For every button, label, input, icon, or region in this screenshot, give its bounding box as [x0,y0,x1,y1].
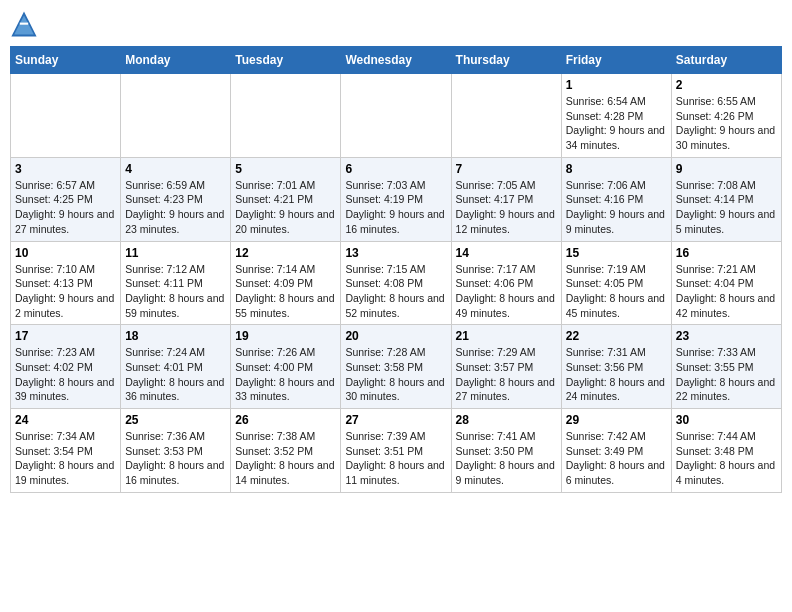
logo [10,10,42,38]
calendar-cell: 26Sunrise: 7:38 AMSunset: 3:52 PMDayligh… [231,409,341,493]
day-info: Sunrise: 7:12 AMSunset: 4:11 PMDaylight:… [125,262,226,321]
day-info: Sunrise: 7:29 AMSunset: 3:57 PMDaylight:… [456,345,557,404]
day-number: 6 [345,162,446,176]
day-info: Sunrise: 7:21 AMSunset: 4:04 PMDaylight:… [676,262,777,321]
day-info: Sunrise: 7:42 AMSunset: 3:49 PMDaylight:… [566,429,667,488]
day-number: 10 [15,246,116,260]
calendar-header-tuesday: Tuesday [231,47,341,74]
day-number: 2 [676,78,777,92]
calendar-cell: 21Sunrise: 7:29 AMSunset: 3:57 PMDayligh… [451,325,561,409]
day-info: Sunrise: 7:34 AMSunset: 3:54 PMDaylight:… [15,429,116,488]
header [10,10,782,38]
day-info: Sunrise: 7:28 AMSunset: 3:58 PMDaylight:… [345,345,446,404]
day-info: Sunrise: 7:10 AMSunset: 4:13 PMDaylight:… [15,262,116,321]
day-number: 24 [15,413,116,427]
calendar-cell: 24Sunrise: 7:34 AMSunset: 3:54 PMDayligh… [11,409,121,493]
day-number: 17 [15,329,116,343]
day-info: Sunrise: 6:54 AMSunset: 4:28 PMDaylight:… [566,94,667,153]
calendar-week-4: 17Sunrise: 7:23 AMSunset: 4:02 PMDayligh… [11,325,782,409]
day-info: Sunrise: 7:24 AMSunset: 4:01 PMDaylight:… [125,345,226,404]
calendar-cell: 5Sunrise: 7:01 AMSunset: 4:21 PMDaylight… [231,157,341,241]
day-info: Sunrise: 7:26 AMSunset: 4:00 PMDaylight:… [235,345,336,404]
calendar-header-friday: Friday [561,47,671,74]
day-number: 23 [676,329,777,343]
day-number: 4 [125,162,226,176]
calendar-cell: 7Sunrise: 7:05 AMSunset: 4:17 PMDaylight… [451,157,561,241]
calendar: SundayMondayTuesdayWednesdayThursdayFrid… [10,46,782,493]
calendar-cell: 1Sunrise: 6:54 AMSunset: 4:28 PMDaylight… [561,74,671,158]
day-number: 16 [676,246,777,260]
calendar-cell: 10Sunrise: 7:10 AMSunset: 4:13 PMDayligh… [11,241,121,325]
calendar-header-thursday: Thursday [451,47,561,74]
calendar-cell: 19Sunrise: 7:26 AMSunset: 4:00 PMDayligh… [231,325,341,409]
calendar-cell [451,74,561,158]
calendar-cell: 18Sunrise: 7:24 AMSunset: 4:01 PMDayligh… [121,325,231,409]
day-number: 20 [345,329,446,343]
day-info: Sunrise: 7:08 AMSunset: 4:14 PMDaylight:… [676,178,777,237]
calendar-cell: 28Sunrise: 7:41 AMSunset: 3:50 PMDayligh… [451,409,561,493]
day-info: Sunrise: 7:05 AMSunset: 4:17 PMDaylight:… [456,178,557,237]
day-info: Sunrise: 6:57 AMSunset: 4:25 PMDaylight:… [15,178,116,237]
svg-marker-1 [14,16,34,35]
day-number: 21 [456,329,557,343]
day-info: Sunrise: 7:19 AMSunset: 4:05 PMDaylight:… [566,262,667,321]
day-number: 3 [15,162,116,176]
calendar-cell: 3Sunrise: 6:57 AMSunset: 4:25 PMDaylight… [11,157,121,241]
calendar-week-5: 24Sunrise: 7:34 AMSunset: 3:54 PMDayligh… [11,409,782,493]
day-number: 18 [125,329,226,343]
day-number: 11 [125,246,226,260]
calendar-header-monday: Monday [121,47,231,74]
calendar-cell: 2Sunrise: 6:55 AMSunset: 4:26 PMDaylight… [671,74,781,158]
svg-rect-2 [20,23,28,25]
day-number: 9 [676,162,777,176]
day-info: Sunrise: 7:14 AMSunset: 4:09 PMDaylight:… [235,262,336,321]
calendar-cell [341,74,451,158]
calendar-cell: 29Sunrise: 7:42 AMSunset: 3:49 PMDayligh… [561,409,671,493]
day-info: Sunrise: 7:06 AMSunset: 4:16 PMDaylight:… [566,178,667,237]
calendar-cell: 4Sunrise: 6:59 AMSunset: 4:23 PMDaylight… [121,157,231,241]
calendar-header-wednesday: Wednesday [341,47,451,74]
calendar-header-row: SundayMondayTuesdayWednesdayThursdayFrid… [11,47,782,74]
day-number: 29 [566,413,667,427]
day-number: 30 [676,413,777,427]
calendar-cell: 23Sunrise: 7:33 AMSunset: 3:55 PMDayligh… [671,325,781,409]
day-number: 5 [235,162,336,176]
day-info: Sunrise: 6:59 AMSunset: 4:23 PMDaylight:… [125,178,226,237]
day-number: 7 [456,162,557,176]
day-info: Sunrise: 7:03 AMSunset: 4:19 PMDaylight:… [345,178,446,237]
day-info: Sunrise: 7:33 AMSunset: 3:55 PMDaylight:… [676,345,777,404]
day-info: Sunrise: 7:17 AMSunset: 4:06 PMDaylight:… [456,262,557,321]
day-info: Sunrise: 7:23 AMSunset: 4:02 PMDaylight:… [15,345,116,404]
day-number: 1 [566,78,667,92]
calendar-cell: 22Sunrise: 7:31 AMSunset: 3:56 PMDayligh… [561,325,671,409]
calendar-cell [11,74,121,158]
calendar-cell: 9Sunrise: 7:08 AMSunset: 4:14 PMDaylight… [671,157,781,241]
day-number: 22 [566,329,667,343]
calendar-cell [121,74,231,158]
calendar-cell: 14Sunrise: 7:17 AMSunset: 4:06 PMDayligh… [451,241,561,325]
day-number: 13 [345,246,446,260]
day-info: Sunrise: 7:15 AMSunset: 4:08 PMDaylight:… [345,262,446,321]
day-number: 19 [235,329,336,343]
day-info: Sunrise: 7:38 AMSunset: 3:52 PMDaylight:… [235,429,336,488]
calendar-header-sunday: Sunday [11,47,121,74]
calendar-cell: 8Sunrise: 7:06 AMSunset: 4:16 PMDaylight… [561,157,671,241]
day-info: Sunrise: 7:39 AMSunset: 3:51 PMDaylight:… [345,429,446,488]
calendar-cell: 11Sunrise: 7:12 AMSunset: 4:11 PMDayligh… [121,241,231,325]
day-number: 8 [566,162,667,176]
calendar-week-2: 3Sunrise: 6:57 AMSunset: 4:25 PMDaylight… [11,157,782,241]
day-number: 25 [125,413,226,427]
day-number: 14 [456,246,557,260]
day-info: Sunrise: 7:36 AMSunset: 3:53 PMDaylight:… [125,429,226,488]
calendar-cell: 12Sunrise: 7:14 AMSunset: 4:09 PMDayligh… [231,241,341,325]
day-info: Sunrise: 7:41 AMSunset: 3:50 PMDaylight:… [456,429,557,488]
day-info: Sunrise: 7:44 AMSunset: 3:48 PMDaylight:… [676,429,777,488]
calendar-cell: 17Sunrise: 7:23 AMSunset: 4:02 PMDayligh… [11,325,121,409]
calendar-cell: 16Sunrise: 7:21 AMSunset: 4:04 PMDayligh… [671,241,781,325]
logo-icon [10,10,38,38]
calendar-cell: 25Sunrise: 7:36 AMSunset: 3:53 PMDayligh… [121,409,231,493]
day-number: 28 [456,413,557,427]
day-number: 15 [566,246,667,260]
day-info: Sunrise: 7:31 AMSunset: 3:56 PMDaylight:… [566,345,667,404]
calendar-cell: 15Sunrise: 7:19 AMSunset: 4:05 PMDayligh… [561,241,671,325]
